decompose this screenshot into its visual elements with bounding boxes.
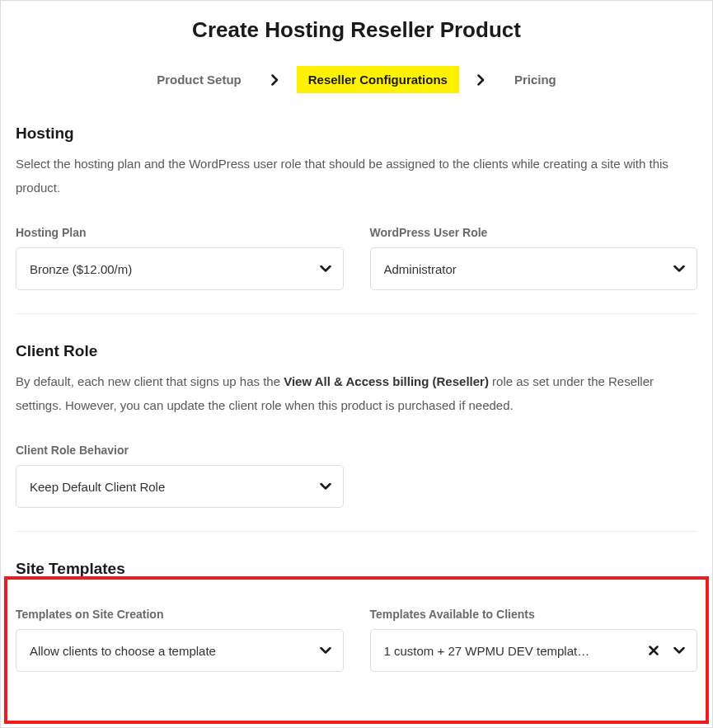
tab-reseller-configurations[interactable]: Reseller Configurations <box>297 66 459 93</box>
chevron-right-icon <box>271 74 279 86</box>
chevron-down-icon <box>673 265 685 273</box>
client-role-behavior-field: Client Role Behavior Keep Default Client… <box>16 444 344 508</box>
chevron-down-icon <box>320 647 331 655</box>
client-role-section-title: Client Role <box>16 342 697 360</box>
client-role-behavior-label: Client Role Behavior <box>16 444 344 457</box>
hosting-plan-select[interactable]: Bronze ($12.00/m) <box>16 247 344 290</box>
templates-on-creation-value: Allow clients to choose a template <box>30 644 303 658</box>
client-role-behavior-value: Keep Default Client Role <box>30 480 303 494</box>
wordpress-role-value: Administrator <box>384 262 658 276</box>
client-role-section-desc: By default, each new client that signs u… <box>16 370 697 417</box>
client-role-desc-prefix: By default, each new client that signs u… <box>16 374 284 388</box>
client-role-desc-bold: View All & Access billing (Reseller) <box>284 374 489 388</box>
chevron-down-icon <box>673 647 685 655</box>
templates-available-label: Templates Available to Clients <box>370 608 698 621</box>
templates-on-creation-select[interactable]: Allow clients to choose a template <box>16 629 344 672</box>
chevron-down-icon <box>320 265 331 273</box>
templates-available-value: 1 custom + 27 WPMU DEV templat… <box>384 644 633 658</box>
wordpress-role-select[interactable]: Administrator <box>370 247 698 290</box>
chevron-right-icon <box>477 74 485 86</box>
wordpress-role-label: WordPress User Role <box>370 226 698 239</box>
clear-icon[interactable] <box>649 646 659 655</box>
chevron-down-icon <box>320 483 331 491</box>
site-templates-section-title: Site Templates <box>16 560 697 578</box>
page-container: Create Hosting Reseller Product Product … <box>0 0 713 728</box>
hosting-fields-row: Hosting Plan Bronze ($12.00/m) WordPress… <box>16 226 697 290</box>
wordpress-role-field: WordPress User Role Administrator <box>370 226 698 290</box>
hosting-plan-value: Bronze ($12.00/m) <box>30 262 303 276</box>
hosting-plan-label: Hosting Plan <box>16 226 344 239</box>
templates-on-creation-field: Templates on Site Creation Allow clients… <box>16 608 344 672</box>
section-divider <box>16 313 697 314</box>
section-divider <box>16 531 697 532</box>
hosting-plan-field: Hosting Plan Bronze ($12.00/m) <box>16 226 344 290</box>
wizard-tabs: Product Setup Reseller Configurations Pr… <box>16 66 697 93</box>
hosting-section-title: Hosting <box>16 124 697 143</box>
tab-pricing[interactable]: Pricing <box>503 66 568 93</box>
page-title: Create Hosting Reseller Product <box>16 17 697 43</box>
hosting-section-desc: Select the hosting plan and the WordPres… <box>16 153 697 200</box>
tab-product-setup[interactable]: Product Setup <box>145 66 253 93</box>
client-role-fields-row: Client Role Behavior Keep Default Client… <box>16 444 697 508</box>
templates-available-field: Templates Available to Clients 1 custom … <box>370 608 698 672</box>
site-templates-fields-row: Templates on Site Creation Allow clients… <box>16 608 697 672</box>
templates-available-select[interactable]: 1 custom + 27 WPMU DEV templat… <box>370 629 698 672</box>
templates-on-creation-label: Templates on Site Creation <box>16 608 344 621</box>
client-role-behavior-select[interactable]: Keep Default Client Role <box>16 465 344 508</box>
